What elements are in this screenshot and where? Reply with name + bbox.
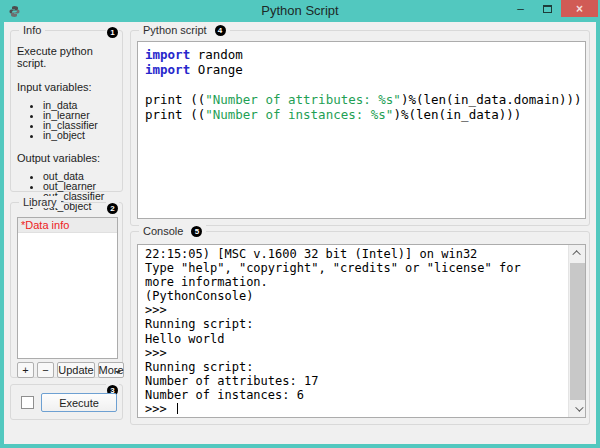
python-script-group-title: Python script bbox=[143, 24, 207, 36]
script-library-list[interactable]: *Data info bbox=[17, 217, 118, 359]
update-label: Update bbox=[58, 364, 93, 376]
minimize-icon: – bbox=[517, 2, 524, 16]
scrollbar-thumb[interactable] bbox=[570, 263, 585, 400]
code-line: import random bbox=[145, 47, 585, 62]
scroll-down-button[interactable] bbox=[569, 401, 586, 417]
console-line: >>> bbox=[145, 303, 568, 317]
auto-execute-checkbox[interactable] bbox=[21, 396, 34, 409]
library-group: Library 2 *Data info + − Update More bbox=[10, 202, 123, 378]
widget-content: Info 1 Execute python script. Input vari… bbox=[4, 22, 596, 444]
console-line: Hello world bbox=[145, 332, 568, 346]
input-variables-list: in_datain_learnerin_classifierin_object bbox=[11, 100, 122, 140]
update-button[interactable]: Update bbox=[57, 362, 95, 378]
chevron-up-icon bbox=[572, 250, 580, 258]
add-script-label: + bbox=[22, 364, 28, 376]
console-line: >>> bbox=[145, 346, 568, 360]
badge-1: 1 bbox=[107, 27, 118, 38]
console-output[interactable]: 22:15:05) [MSC v.1600 32 bit (Intel)] on… bbox=[137, 244, 586, 418]
console-line: Running script: bbox=[145, 360, 568, 374]
python-script-window: Python Script – × Info 1 Execute python … bbox=[0, 0, 600, 448]
add-script-button[interactable]: + bbox=[17, 362, 34, 378]
python-script-group: Python script 4 import randomimport Oran… bbox=[130, 30, 590, 226]
console-line: Number of attributes: 17 bbox=[145, 374, 568, 388]
library-item[interactable]: *Data info bbox=[18, 218, 117, 233]
minimize-button[interactable]: – bbox=[507, 0, 534, 17]
more-button[interactable]: More bbox=[98, 362, 124, 378]
console-line: Type "help", "copyright", "credits" or "… bbox=[145, 261, 568, 275]
remove-script-button[interactable]: − bbox=[37, 362, 54, 378]
badge-2: 2 bbox=[107, 203, 118, 214]
text-cursor bbox=[177, 403, 178, 414]
console-line: >>> bbox=[145, 402, 568, 416]
console-line: 22:15:05) [MSC v.1600 32 bit (Intel)] on… bbox=[145, 247, 568, 261]
maximize-button[interactable] bbox=[534, 0, 561, 17]
console-line: Number of instances: 6 bbox=[145, 388, 568, 402]
info-group: Info 1 Execute python script. Input vari… bbox=[10, 30, 123, 192]
console-group: Console 5 22:15:05) [MSC v.1600 32 bit (… bbox=[130, 231, 590, 425]
badge-4: 4 bbox=[215, 25, 226, 36]
remove-script-label: − bbox=[42, 364, 48, 376]
console-line: Running script: bbox=[145, 317, 568, 331]
info-group-title: Info bbox=[19, 24, 45, 36]
code-line: print (("Number of instances: %s")%(len(… bbox=[145, 107, 585, 122]
console-group-title: Console bbox=[143, 225, 183, 237]
code-line: print (("Number of attributes: %s")%(len… bbox=[145, 92, 585, 107]
console-line: (PythonConsole) bbox=[145, 289, 568, 303]
library-group-title: Library bbox=[19, 196, 61, 208]
execute-label: Execute bbox=[59, 397, 99, 409]
info-description: Execute python script. bbox=[17, 45, 122, 69]
more-label: More bbox=[98, 364, 123, 376]
code-line: import Orange bbox=[145, 62, 585, 77]
title-bar[interactable]: Python Script – × bbox=[0, 0, 600, 22]
close-button[interactable]: × bbox=[561, 0, 598, 17]
input-variables-label: Input variables: bbox=[17, 81, 122, 93]
dropdown-arrow-icon bbox=[115, 371, 121, 374]
execute-group: 3 Execute bbox=[10, 384, 123, 420]
console-line: more information. bbox=[145, 275, 568, 289]
chevron-down-icon bbox=[575, 403, 583, 411]
output-variables-label: Output variables: bbox=[17, 152, 122, 164]
close-icon: × bbox=[576, 2, 583, 16]
execute-button[interactable]: Execute bbox=[41, 393, 117, 412]
code-editor[interactable]: import randomimport Orange print (("Numb… bbox=[137, 41, 586, 219]
variable-item: in_object bbox=[43, 130, 122, 140]
scroll-up-button[interactable] bbox=[569, 245, 586, 261]
maximize-icon bbox=[543, 5, 552, 13]
code-line bbox=[145, 77, 585, 92]
console-scrollbar[interactable] bbox=[568, 245, 585, 417]
badge-5: 5 bbox=[191, 226, 202, 237]
